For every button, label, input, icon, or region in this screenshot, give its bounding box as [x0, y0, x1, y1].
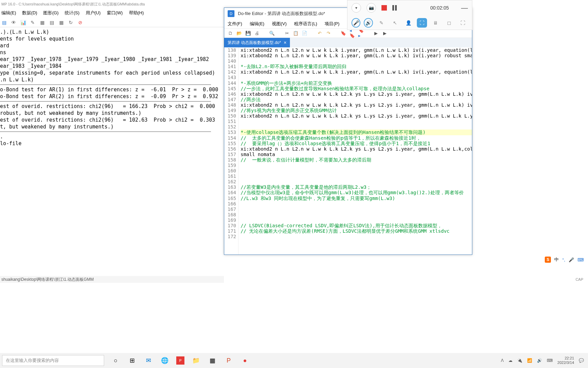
edit-icon[interactable]: ✎: [30, 20, 35, 25]
stata-task-icon[interactable]: ▦: [208, 356, 217, 365]
ime-punct-icon[interactable]: °,: [562, 257, 565, 262]
bookmark-icon[interactable]: 🔖: [341, 30, 346, 36]
stata-main-window: MP 16.0 - C:\Users\haoshuai.kang\Desktop…: [0, 0, 224, 283]
dofile-tab-active[interactable]: 第四讲 动态面板数据模型.do* ×: [224, 38, 290, 47]
cortana-icon[interactable]: ○: [111, 356, 120, 365]
menu-user[interactable]: 用户(U): [86, 10, 101, 16]
recording-time: 00:02:05: [430, 5, 449, 11]
open-icon[interactable]: 📂: [236, 30, 242, 36]
speaker-icon[interactable]: 🔊: [364, 18, 373, 28]
mail-icon[interactable]: ✉: [144, 356, 153, 365]
refresh-icon[interactable]: ↻: [68, 20, 74, 25]
search-icon[interactable]: 🔍: [269, 30, 275, 36]
tray-up-icon[interactable]: ᐱ: [501, 358, 504, 363]
region-icon[interactable]: ⛶: [417, 18, 427, 28]
pause-record-button[interactable]: [392, 5, 397, 11]
stop-record-button[interactable]: [381, 5, 387, 11]
stata-results-pane: .).(L.n L.w L.k)ents for levels equation…: [0, 27, 224, 148]
stata-window-title: MP 16.0 - C:\Users\haoshuai.kang\Desktop…: [0, 0, 224, 8]
menu-edit[interactable]: 编辑(E): [1, 10, 16, 16]
df-menu-edit[interactable]: 编辑(E): [250, 21, 264, 27]
webcam-icon[interactable]: 👤: [404, 18, 414, 28]
window-icon[interactable]: ◻: [444, 18, 454, 28]
menu-stat[interactable]: 统计(S): [65, 10, 79, 16]
volume-icon[interactable]: 🔊: [537, 358, 542, 363]
monitor-icon[interactable]: 🖥: [430, 18, 441, 28]
chrome-icon[interactable]: 🌐: [160, 356, 169, 365]
dofile-app-icon: D: [228, 10, 234, 17]
vars-icon[interactable]: ▤: [49, 20, 54, 25]
undo-icon[interactable]: ↶: [317, 30, 322, 36]
menu-window[interactable]: 窗口(W): [107, 10, 123, 16]
pen-icon[interactable]: ✎: [376, 18, 387, 28]
dofile-title: Do-file Editor - 第四讲 动态面板数据模型.do*: [238, 11, 325, 17]
bookmark-prev-icon[interactable]: ◂🔖: [349, 30, 355, 36]
fullscreen-icon[interactable]: ⛶: [458, 18, 468, 28]
sogou-icon[interactable]: S: [545, 257, 551, 263]
notification-icon[interactable]: 💬: [579, 358, 584, 363]
new-icon[interactable]: 🗋: [228, 30, 233, 36]
cursor-icon[interactable]: ↖: [390, 18, 400, 28]
recorder-task-icon[interactable]: ●: [240, 356, 250, 365]
tab-label: 第四讲 动态面板数据模型.do*: [228, 40, 281, 46]
ime-keyboard-icon[interactable]: ⌨: [577, 257, 584, 262]
search-placeholder: 在这里输入你要搜索的内容: [6, 357, 59, 364]
print-icon[interactable]: 🖨: [254, 30, 260, 36]
caps-indicator: CAP: [575, 277, 583, 281]
run-icon[interactable]: ▶: [373, 30, 379, 36]
line-gutter: 1381391401411421431441451461471481491501…: [224, 47, 239, 255]
screen-recorder-bar: ▾ 📷 00:02:05 — 🎤 🔊 ✎ ↖ 👤 ⛶ 🖥 ◻ ⛶: [347, 0, 472, 30]
stop-icon[interactable]: ⊘: [78, 20, 83, 25]
minimize-icon[interactable]: —: [461, 4, 468, 12]
taskview-icon[interactable]: ⊞: [127, 356, 137, 365]
paste-icon[interactable]: 📄: [302, 30, 307, 36]
redo-icon[interactable]: ↷: [326, 30, 331, 36]
grid-icon[interactable]: ▦: [59, 20, 64, 25]
onedrive-icon[interactable]: ☁: [508, 358, 512, 363]
df-menu-file[interactable]: 文件(F): [228, 21, 242, 27]
save-icon[interactable]: ▤: [1, 20, 7, 25]
windows-taskbar: 在这里输入你要搜索的内容 ○ ⊞ ✉ 🌐 P 📁 ▦ P ● ᐱ ☁ 🔌 📶 🔊…: [0, 353, 588, 368]
wifi-icon[interactable]: 📶: [527, 358, 532, 363]
tab-close-icon[interactable]: ×: [284, 40, 287, 45]
menu-graph[interactable]: 图形(G): [43, 10, 59, 16]
taskbar-clock[interactable]: 22:21 2022/3/14: [557, 356, 574, 365]
df-menu-project[interactable]: 项目(P): [325, 21, 339, 27]
menu-help[interactable]: 帮助(H): [129, 10, 144, 16]
code-area[interactable]: xi:xtabond2 n L.n L2.n w L.w k L.k i.yea…: [239, 47, 472, 255]
df-menu-lang[interactable]: 程序语言(L): [294, 21, 317, 27]
dofile-editor-window: D Do-file Editor - 第四讲 动态面板数据模型.do* 文件(F…: [224, 7, 472, 255]
explorer-icon[interactable]: 📁: [191, 356, 201, 365]
pdf-icon[interactable]: P: [176, 356, 184, 365]
stata-menubar: 编辑(E) 数据(D) 图形(G) 统计(S) 用户(U) 窗口(W) 帮助(H…: [0, 8, 224, 18]
df-menu-view[interactable]: 视图(V): [272, 21, 287, 27]
camera-icon[interactable]: 📷: [366, 3, 376, 13]
recorder-menu-icon[interactable]: ▾: [352, 3, 361, 13]
data-icon[interactable]: ▦: [39, 20, 45, 25]
ime-tray-icon[interactable]: ⌨: [547, 358, 553, 363]
bookmark-next-icon[interactable]: 🔖▸: [358, 30, 364, 36]
powerpoint-icon[interactable]: P: [224, 356, 233, 365]
taskbar-search-input[interactable]: 在这里输入你要搜索的内容: [2, 355, 104, 366]
dofile-code-editor[interactable]: 1381391401411421431441451461471481491501…: [224, 47, 472, 255]
eye-icon[interactable]: 👁: [11, 20, 16, 25]
ime-lang[interactable]: 中: [554, 257, 559, 263]
system-tray: ᐱ ☁ 🔌 📶 🔊 ⌨ 22:21 2022/3/14 💬: [501, 356, 588, 365]
mic-icon[interactable]: 🎤: [352, 18, 360, 28]
stata-toolbar: ▤ 👁 📊 ✎ ▦ ▤ ▦ ↻ ⊘: [0, 18, 224, 27]
cut-icon[interactable]: ✂: [284, 30, 290, 36]
copy-icon[interactable]: 📋: [293, 30, 298, 36]
bar-icon[interactable]: 📊: [20, 20, 26, 25]
power-icon[interactable]: 🔌: [517, 358, 522, 363]
run-selection-icon[interactable]: ▶: [382, 30, 388, 36]
stata-statusbar: shuaikang\Desktop\网络课程\浙江\1.动态面板GMM: [0, 276, 224, 283]
save-icon[interactable]: 💾: [245, 30, 251, 36]
ime-statusbar: S 中 °, 🎤 ⌨: [224, 256, 588, 264]
ime-mic-icon[interactable]: 🎤: [569, 257, 574, 262]
menu-data[interactable]: 数据(D): [22, 10, 37, 16]
dofile-tabbar: 第四讲 动态面板数据模型.do* ×: [224, 38, 472, 47]
